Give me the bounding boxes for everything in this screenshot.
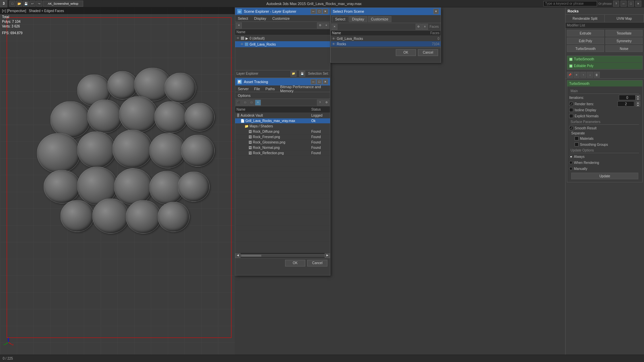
rp-tab-renderable-split[interactable]: Renderable Split bbox=[566, 15, 605, 22]
at-options-menu[interactable]: Options bbox=[236, 93, 252, 98]
png-icon-normal: 🖼 bbox=[249, 146, 253, 149]
redo-button[interactable]: ↪ bbox=[36, 1, 42, 7]
update-button[interactable]: Update bbox=[571, 173, 638, 179]
at-bitmap-menu[interactable]: Bitmap Performance and Memory bbox=[279, 84, 329, 94]
at-row-glossiness[interactable]: 🖼 Rock_Glossiness.png Found bbox=[235, 140, 330, 145]
sfs-tab-customize[interactable]: Customize bbox=[368, 16, 391, 22]
at-paths-menu[interactable]: Paths bbox=[264, 86, 276, 92]
sfs-close-button[interactable]: ✕ bbox=[433, 9, 439, 14]
isoline-checkbox[interactable] bbox=[569, 108, 573, 112]
at-row-empty-18 bbox=[235, 247, 330, 252]
manually-radio[interactable] bbox=[569, 167, 573, 170]
viewport-canvas[interactable] bbox=[0, 7, 235, 355]
help-button[interactable]: ? bbox=[613, 1, 619, 7]
sfs-ok-button[interactable]: OK bbox=[396, 49, 416, 56]
at-scroll-right-btn[interactable]: ▶ bbox=[325, 253, 330, 258]
modifier-turbosmooth[interactable]: TurboSmooth bbox=[567, 56, 642, 63]
sfs-tab-select[interactable]: Select bbox=[332, 16, 348, 22]
new-button[interactable]: □ bbox=[9, 1, 15, 7]
mod-nav-list[interactable]: ≡ bbox=[574, 72, 580, 78]
at-icon-1[interactable]: ⬛ bbox=[236, 100, 242, 106]
explicit-normals-checkbox[interactable] bbox=[569, 114, 573, 118]
iterations-down[interactable]: ▼ bbox=[636, 98, 640, 100]
symmetry-button[interactable]: Symmetry bbox=[605, 38, 643, 44]
se-display-menu[interactable]: Display bbox=[253, 16, 268, 21]
materials-checkbox[interactable] bbox=[575, 136, 579, 140]
at-icon-4[interactable]: ≡ bbox=[255, 100, 261, 106]
at-ok-cancel: OK Cancel bbox=[235, 258, 330, 268]
sfs-close-icon[interactable]: ✕ bbox=[331, 24, 337, 30]
at-row-max-file[interactable]: 📄 Grill_Lava_Rocks_max_vray.max Ok bbox=[235, 118, 330, 124]
se-close-icon[interactable]: ✕ bbox=[236, 22, 242, 28]
mod-nav-arrow-down[interactable]: ↓ bbox=[587, 72, 593, 78]
sfs-settings-icon[interactable]: ⚙ bbox=[416, 24, 422, 30]
modifier-editpoly[interactable]: Editable Poly bbox=[567, 63, 642, 69]
open-button[interactable]: 📂 bbox=[16, 1, 22, 7]
workspace-dropdown[interactable]: AK_Screenshot_wrksp bbox=[43, 1, 83, 7]
smoothing-groups-checkbox[interactable] bbox=[575, 142, 579, 146]
iterations-up[interactable]: ▲ bbox=[636, 95, 640, 98]
sfs-list-icon[interactable]: ≡ bbox=[422, 24, 428, 30]
se-selection-set: Selection Set: bbox=[308, 72, 329, 75]
tessellate-button[interactable]: Tessellate bbox=[605, 30, 643, 37]
sfs-cancel-button[interactable]: Cancel bbox=[418, 49, 438, 56]
at-row-diffuse[interactable]: 🖼 Rock_Diffuse.png Found bbox=[235, 129, 330, 134]
se-customize-menu[interactable]: Customize bbox=[271, 16, 291, 21]
at-row-reflection[interactable]: 🖼 Rock_Reflection.png Found bbox=[235, 150, 330, 156]
sfs-row-rocks[interactable]: 👁 Rocks 7104 bbox=[331, 41, 441, 47]
se-save-icon[interactable]: 💾 bbox=[299, 71, 305, 77]
render-iters-spinner[interactable]: ▲ ▼ bbox=[636, 101, 640, 107]
at-help-icon[interactable]: ? bbox=[317, 100, 323, 106]
se-select-menu[interactable]: Select bbox=[236, 16, 250, 21]
rp-tab-uvw-map[interactable]: UVW Map bbox=[605, 15, 644, 22]
mod-nav-pin[interactable]: 📌 bbox=[567, 72, 573, 78]
at-ok-button[interactable]: OK bbox=[285, 260, 305, 266]
at-row-normal[interactable]: 🖼 Rock_Normal.png Found bbox=[235, 145, 330, 150]
at-row-fresnel[interactable]: 🖼 Rock_Fresnel.png Found bbox=[235, 134, 330, 140]
mod-nav-delete[interactable]: 🗑 bbox=[594, 72, 600, 78]
at-server-menu[interactable]: Server bbox=[236, 86, 250, 92]
at-icon-2[interactable]: □ bbox=[242, 100, 248, 106]
iterations-spinner[interactable]: ▲ ▼ bbox=[636, 95, 640, 100]
sfs-tab-display[interactable]: Display bbox=[349, 16, 367, 22]
mod-nav-arrow-up[interactable]: ↑ bbox=[580, 72, 586, 78]
se-layer-0[interactable]: 👁 ▶ 0 (default) bbox=[235, 35, 330, 41]
at-icon-3[interactable]: □ bbox=[249, 100, 255, 106]
turbosmooth-button[interactable]: TurboSmooth bbox=[567, 45, 604, 52]
at-scroll-left-btn[interactable]: ◀ bbox=[235, 253, 240, 258]
search-input[interactable] bbox=[543, 1, 597, 6]
close-button[interactable]: ✕ bbox=[635, 1, 641, 7]
restore-panel-button[interactable]: □ bbox=[317, 9, 322, 14]
undo-button[interactable]: ↩ bbox=[30, 1, 36, 7]
render-iters-up[interactable]: ▲ bbox=[636, 101, 640, 104]
at-settings-icon[interactable]: ⚙ bbox=[323, 100, 329, 106]
save-button[interactable]: 💾 bbox=[23, 1, 29, 7]
minimize-panel-button[interactable]: ─ bbox=[311, 9, 316, 14]
edit-poly-button[interactable]: Edit Poly bbox=[567, 38, 604, 44]
sfs-row-grill[interactable]: 👁 Grill_Lava_Rocks 0 bbox=[331, 36, 441, 41]
at-row-maps[interactable]: 📁 Maps / Shaders bbox=[235, 124, 330, 129]
se-list-icon[interactable]: ≡ bbox=[323, 22, 329, 28]
minimize-button[interactable]: ─ bbox=[621, 1, 627, 7]
smooth-result-checkbox[interactable] bbox=[569, 126, 573, 130]
when-rendering-radio[interactable] bbox=[569, 161, 573, 164]
at-max-name: 📄 Grill_Lava_Rocks_max_vray.max bbox=[239, 119, 309, 123]
viewport[interactable]: [+] [Perspective] Shaded + Edged Faces T… bbox=[0, 7, 235, 355]
turbosmooth-header[interactable]: TurboSmooth bbox=[567, 80, 642, 86]
close-panel-button[interactable]: ✕ bbox=[323, 9, 328, 14]
maximize-button[interactable]: □ bbox=[628, 1, 634, 7]
at-horizontal-scrollbar[interactable] bbox=[240, 254, 325, 257]
render-iters-label: Render Iters: bbox=[575, 102, 594, 106]
se-folder-icon[interactable]: 📁 bbox=[290, 71, 297, 77]
se-layer-1[interactable]: 👁 Grill_Lava_Rocks bbox=[235, 41, 330, 47]
at-file-menu[interactable]: File bbox=[253, 86, 261, 92]
at-reflection-name: 🖼 Rock_Reflection.png bbox=[247, 151, 309, 155]
noise-button[interactable]: Noise bbox=[605, 45, 643, 52]
render-iters-down[interactable]: ▼ bbox=[636, 104, 640, 107]
at-row-vault[interactable]: 🗄 Autodesk Vault Logged bbox=[235, 113, 330, 118]
extrude-button[interactable]: Extrude bbox=[567, 30, 604, 37]
render-iters-checkbox[interactable] bbox=[569, 102, 573, 106]
at-cancel-button[interactable]: Cancel bbox=[307, 260, 327, 266]
se-settings-icon[interactable]: ⚙ bbox=[317, 22, 323, 28]
always-radio[interactable] bbox=[569, 155, 573, 158]
